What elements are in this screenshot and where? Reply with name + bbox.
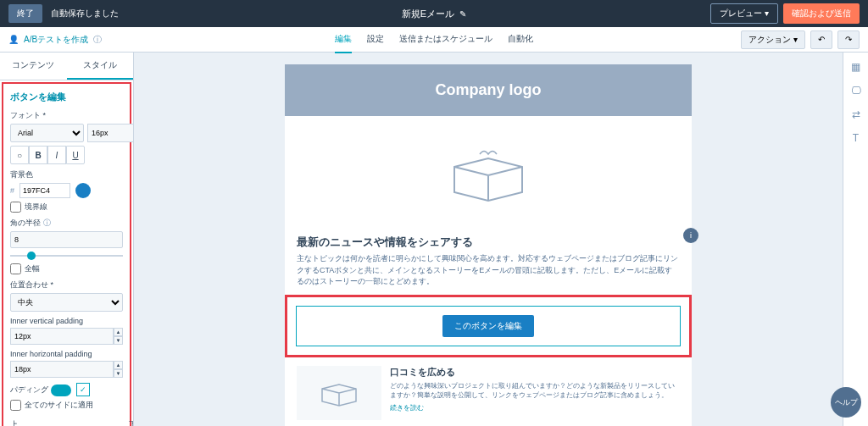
help-icon: ⓘ bbox=[93, 34, 102, 46]
fullwidth-label: 全幅 bbox=[25, 263, 40, 274]
radius-input[interactable] bbox=[10, 231, 123, 248]
tab-edit[interactable]: 編集 bbox=[335, 26, 352, 53]
send-button[interactable]: 確認および送信 bbox=[783, 3, 860, 24]
font-label: フォント * bbox=[10, 110, 123, 121]
layout-icon[interactable]: ▦ bbox=[851, 61, 860, 73]
color-circle[interactable]: ○ bbox=[10, 146, 29, 164]
abtest-link[interactable]: 👤 A/Bテストを作成 ⓘ bbox=[8, 34, 102, 46]
tab-settings[interactable]: 設定 bbox=[367, 26, 384, 53]
exit-button[interactable]: 終了 bbox=[8, 4, 42, 23]
preview-button[interactable]: プレビュー ▾ bbox=[710, 3, 778, 24]
card-body: どのような興味深いプロジェクトに取り組んでいますか？どのような新製品をリリースし… bbox=[390, 381, 680, 400]
font-select[interactable]: Arial bbox=[10, 124, 84, 142]
border-checkbox[interactable] bbox=[10, 202, 21, 213]
person-icon: 👤 bbox=[8, 35, 19, 44]
border-label: 境界線 bbox=[25, 202, 47, 213]
italic-button[interactable]: I bbox=[47, 146, 66, 164]
hash-icon: # bbox=[10, 186, 14, 195]
align-label: 位置合わせ * bbox=[10, 279, 123, 290]
swap-icon[interactable]: ⇄ bbox=[852, 108, 860, 120]
card-title: 口コミを広める bbox=[390, 366, 680, 379]
bold-button[interactable]: B bbox=[29, 146, 47, 164]
read-more-link[interactable]: 続きを読む bbox=[390, 403, 424, 412]
tab-schedule[interactable]: 送信またはスケジュール bbox=[399, 26, 492, 53]
card-row[interactable]: 口コミを広める どのような興味深いプロジェクトに取り組んでいますか？どのような新… bbox=[285, 357, 692, 427]
email-headline[interactable]: 最新のニュースや情報をシェアする bbox=[297, 235, 680, 250]
help-button[interactable]: ヘルプ bbox=[831, 387, 861, 418]
action-dropdown[interactable]: アクション ▾ bbox=[741, 30, 805, 49]
email-canvas[interactable]: Company logo i 最新のニュースや情報をシェアする 主なトピックは何… bbox=[134, 53, 843, 426]
allsides-label: 全てのサイドに適用 bbox=[25, 400, 93, 411]
tab-content[interactable]: コンテンツ bbox=[0, 53, 67, 80]
padding-label: パディング bbox=[10, 385, 48, 394]
padding-check[interactable]: ✓ bbox=[76, 383, 90, 396]
radius-label: 角の半径 ⓘ bbox=[10, 218, 123, 229]
padding-toggle[interactable] bbox=[51, 385, 71, 396]
email-body-text[interactable]: 主なトピックは何かを読者に明らかにして興味関心を高めます。対応するウェブページま… bbox=[297, 253, 680, 288]
card-image bbox=[297, 366, 381, 420]
help-icon[interactable]: ⓘ bbox=[43, 219, 51, 227]
package-icon bbox=[314, 376, 364, 410]
hpad-label: Inner horizontal padding bbox=[10, 350, 123, 358]
bgcolor-input[interactable] bbox=[19, 183, 70, 198]
redo-button[interactable]: ↷ bbox=[837, 30, 860, 49]
autosave-status: 自動保存しました bbox=[51, 8, 119, 19]
vpad-input[interactable] bbox=[10, 328, 114, 345]
desktop-icon[interactable]: 🖵 bbox=[851, 85, 861, 97]
info-badge-icon[interactable]: i bbox=[683, 228, 698, 243]
text-icon[interactable]: T bbox=[853, 132, 859, 144]
panel-title: ボタンを編集 bbox=[10, 91, 123, 103]
hpad-input[interactable] bbox=[10, 361, 114, 378]
tab-automation[interactable]: 自動化 bbox=[508, 26, 533, 53]
button-block-selected[interactable]: このボタンを編集 bbox=[285, 295, 692, 357]
package-icon bbox=[437, 141, 539, 209]
align-select[interactable]: 中央 bbox=[10, 293, 123, 312]
hero-image-block[interactable] bbox=[285, 116, 692, 235]
underline-button[interactable]: U bbox=[66, 146, 85, 164]
color-swatch[interactable] bbox=[75, 183, 91, 198]
company-logo: Company logo bbox=[285, 64, 692, 116]
cta-button[interactable]: このボタンを編集 bbox=[442, 315, 534, 337]
vpad-label: Inner vertical padding bbox=[10, 317, 123, 325]
allsides-checkbox[interactable] bbox=[10, 400, 21, 411]
radius-slider[interactable] bbox=[10, 255, 123, 257]
fullwidth-checkbox[interactable] bbox=[10, 263, 21, 274]
font-size-input[interactable] bbox=[87, 124, 134, 142]
bgcolor-label: 背景色 bbox=[10, 169, 123, 180]
page-title: 新規Eメール bbox=[402, 8, 454, 20]
tab-style[interactable]: スタイル bbox=[67, 53, 134, 80]
pencil-icon[interactable]: ✎ bbox=[459, 9, 466, 19]
undo-button[interactable]: ↶ bbox=[810, 30, 832, 49]
